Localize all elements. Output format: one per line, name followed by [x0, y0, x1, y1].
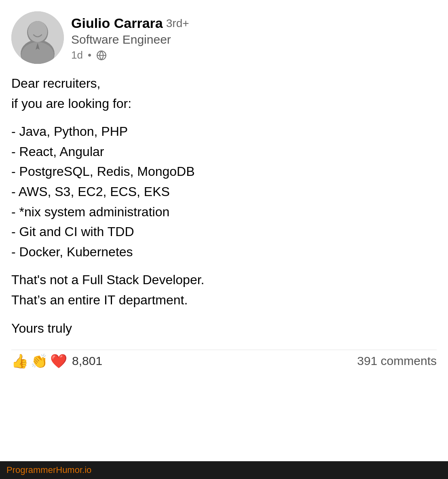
post-meta: 1d •: [71, 49, 189, 61]
content-line-6: - AWS, S3, EC2, ECS, EKS: [11, 182, 437, 202]
reactions-left: 👍 👏 ❤️ 8,801: [11, 354, 102, 368]
content-line-10: That's not a Full Stack Developer.: [11, 270, 437, 290]
svg-point-3: [28, 21, 47, 42]
user-name-line: Giulio Carrara 3rd+: [71, 15, 189, 31]
content-line-8: - Git and CI with TDD: [11, 222, 437, 242]
post-container: Giulio Carrara 3rd+ Software Engineer 1d…: [0, 0, 448, 461]
content-line-7: - *nix system administration: [11, 202, 437, 222]
post-header: Giulio Carrara 3rd+ Software Engineer 1d…: [11, 11, 437, 64]
reactions-bar: 👍 👏 ❤️ 8,801 391 comments: [11, 350, 437, 372]
clap-emoji[interactable]: 👏: [31, 354, 48, 368]
content-line-11: That’s an entire IT department.: [11, 290, 437, 310]
avatar[interactable]: [11, 11, 64, 64]
time-ago: 1d: [71, 49, 83, 61]
dot-separator: •: [88, 49, 91, 61]
content-line-2: if you are looking for:: [11, 94, 437, 114]
content-line-1: Dear recruiters,: [11, 74, 437, 94]
comments-count[interactable]: 391 comments: [357, 354, 437, 368]
content-line-4: - React, Angular: [11, 142, 437, 162]
content-line-5: - PostgreSQL, Redis, MongoDB: [11, 162, 437, 182]
content-line-12: Yours truly: [11, 319, 437, 339]
user-name[interactable]: Giulio Carrara: [71, 15, 163, 31]
heart-emoji[interactable]: ❤️: [50, 354, 67, 368]
footer-site-link[interactable]: ProgrammerHumor.io: [6, 465, 91, 475]
user-info: Giulio Carrara 3rd+ Software Engineer 1d…: [71, 11, 189, 61]
post-body: Dear recruiters, if you are looking for:…: [11, 74, 437, 338]
content-line-3: - Java, Python, PHP: [11, 122, 437, 142]
connection-badge: 3rd+: [166, 17, 189, 30]
user-title: Software Engineer: [71, 33, 189, 46]
footer-bar: ProgrammerHumor.io: [0, 461, 448, 479]
reaction-count: 8,801: [72, 354, 102, 368]
globe-icon: [96, 50, 107, 61]
thumbsup-emoji[interactable]: 👍: [11, 354, 28, 368]
content-line-9: - Docker, Kubernetes: [11, 242, 437, 262]
